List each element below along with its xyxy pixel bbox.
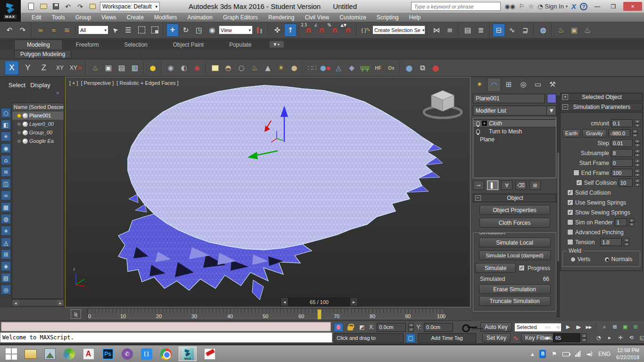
cm-unit-field[interactable]: 0.1 xyxy=(611,119,633,127)
filter-icon-13[interactable]: ⊞ xyxy=(1,249,11,259)
network-signal-icon[interactable] xyxy=(575,351,580,357)
selected-object-rollout-header[interactable]: + Selected Object xyxy=(560,93,643,101)
scene-row-google-earth[interactable]: Google Ea xyxy=(12,137,64,145)
display-tab-icon[interactable]: ▭ xyxy=(531,78,545,91)
render-teapot-icon[interactable]: ♨ xyxy=(89,61,101,74)
x-coordinate-field[interactable]: 0.0cm xyxy=(377,323,406,332)
self-collision-field[interactable]: 10 xyxy=(619,179,633,187)
sim-on-render-field[interactable]: 1 xyxy=(615,218,627,226)
clock[interactable]: 12:58 PM 6/22/2018 xyxy=(616,347,639,361)
modifier-list-arrow-icon[interactable]: ▼ xyxy=(547,106,556,115)
align-icon[interactable]: ≡ xyxy=(444,24,456,37)
menu-tools[interactable]: Tools xyxy=(47,14,70,21)
modifier-bulb-icon[interactable] xyxy=(476,121,480,126)
step-field[interactable]: 0.01 xyxy=(611,139,633,147)
object-name-field[interactable]: Plane001 xyxy=(473,94,545,103)
select-and-rotate-icon[interactable]: ↻ xyxy=(180,24,192,37)
search-icon[interactable]: ◉◉ xyxy=(504,3,515,10)
configure-modifier-sets-icon[interactable]: ⊞ xyxy=(529,181,541,190)
sim-on-render-spinner[interactable]: ▲▼ xyxy=(629,218,635,226)
autodesk-exchange-icon[interactable]: X xyxy=(571,2,576,10)
time-slider-playhead[interactable] xyxy=(317,309,322,320)
absolute-mode-toggle[interactable]: ◩ xyxy=(357,323,367,332)
save-file-button[interactable] xyxy=(51,2,60,11)
start-frame-field[interactable]: 0 xyxy=(611,159,633,167)
filter-icon-10[interactable]: ◍ xyxy=(1,214,11,224)
menu-scripting[interactable]: Scripting xyxy=(372,14,404,21)
workspace-dropdown[interactable]: Workspace: Default▾ xyxy=(100,2,160,11)
frame-forward-icon[interactable]: ▸ xyxy=(350,297,358,306)
sphere-object-icon[interactable]: ● xyxy=(403,61,415,74)
tab-selection[interactable]: Selection xyxy=(112,40,159,49)
viewport-shading-menu[interactable]: [ Realistic + Edged Faces ] xyxy=(116,80,178,86)
restrict-x-button[interactable]: X xyxy=(5,61,19,75)
tab-populate[interactable]: Populate xyxy=(217,40,264,49)
filter-icon-5[interactable]: ⌂ xyxy=(1,155,11,165)
new-scene-button[interactable] xyxy=(26,2,36,11)
filter-icon-7[interactable]: ◫ xyxy=(1,179,11,189)
x-coordinate-spinner[interactable]: ▲▼ xyxy=(408,323,414,332)
advanced-pinching-checkbox[interactable] xyxy=(567,229,573,235)
modifier-list-dropdown[interactable]: Modifier List xyxy=(473,106,547,115)
media-converter-icon[interactable] xyxy=(63,347,75,360)
ribbon-minimize-icon[interactable]: ▼ ▾ xyxy=(270,41,284,48)
expand-icon[interactable]: + xyxy=(562,94,568,100)
menu-group[interactable]: Group xyxy=(70,14,96,21)
set-key-button[interactable]: Set Key xyxy=(482,333,511,343)
viber-icon[interactable]: ✆ xyxy=(121,347,133,360)
restrict-z-button[interactable]: Z xyxy=(37,61,51,75)
end-frame-checkbox[interactable] xyxy=(573,170,579,176)
material-editor-icon[interactable]: ◍ xyxy=(537,24,549,37)
autocad-icon[interactable]: A xyxy=(82,347,95,360)
render-list-icon[interactable]: ▤ xyxy=(116,61,128,74)
remove-modifier-icon[interactable]: ⌫ xyxy=(515,181,527,190)
filter-icon-15[interactable]: ▤ xyxy=(1,273,11,283)
current-frame-field[interactable]: 65 xyxy=(553,333,580,342)
spinner-snap-icon[interactable]: ∩▲▼ xyxy=(342,24,354,37)
new-key-settings-icon[interactable]: ∿ xyxy=(513,334,519,342)
object-color-swatch[interactable] xyxy=(547,94,556,103)
subsample-field[interactable]: 8 xyxy=(611,149,633,157)
scene-row-group0[interactable]: Group_00 xyxy=(12,128,64,137)
cloth-forces-button[interactable]: Cloth Forces xyxy=(479,218,550,228)
dope-sheet-icon[interactable]: ⊒ xyxy=(519,24,531,37)
earth-button[interactable]: Earth xyxy=(562,129,580,138)
subsample-spinner[interactable]: ▲▼ xyxy=(635,149,640,157)
start-frame-spinner[interactable]: ▲▼ xyxy=(635,159,640,167)
simulation-parameters-rollout-header[interactable]: − Simulation Parameters xyxy=(560,103,643,111)
play-animation-icon[interactable]: ▶ xyxy=(563,322,573,331)
action-center-flag-icon[interactable]: ⚑ xyxy=(552,351,557,357)
cloth-object[interactable] xyxy=(118,85,443,300)
communication-center-icon[interactable]: ⚐ xyxy=(519,3,525,10)
cm-unit-spinner[interactable]: ▲▼ xyxy=(635,119,640,127)
rendered-frame-icon[interactable]: ▣ xyxy=(102,61,115,74)
schematic-view-icon[interactable]: ∿ xyxy=(506,24,518,37)
redo-icon[interactable]: ↷ xyxy=(17,24,29,37)
tab-modeling[interactable]: Modeling xyxy=(14,40,63,49)
viewport-canvas[interactable] xyxy=(66,77,470,307)
keyboard-shortcut-override-icon[interactable]: ↑ xyxy=(284,24,297,37)
simulate-button[interactable]: Simulate xyxy=(475,263,516,273)
reference-coordinate-dropdown[interactable]: View▾ xyxy=(219,25,253,34)
end-frame-field[interactable]: 100 xyxy=(611,169,633,177)
zoom-extents-icon[interactable]: ▣ xyxy=(620,322,630,331)
undo-button[interactable]: ↶ xyxy=(63,2,73,11)
menu-edit[interactable]: Edit xyxy=(26,14,47,21)
zoom-icon[interactable]: ⌕ xyxy=(599,322,609,331)
open-mini-curve-editor-icon[interactable]: ⧎ xyxy=(71,309,81,319)
filter-icon-9[interactable]: ▦ xyxy=(1,202,11,212)
restrict-y-button[interactable]: Y xyxy=(21,61,35,75)
minimize-button[interactable]: — xyxy=(591,2,603,11)
explorer-menu-display[interactable]: Display xyxy=(30,82,50,89)
explorer-menu-select[interactable]: Select xyxy=(8,82,25,89)
3ds-max-taskbar-button[interactable]: MAX xyxy=(179,346,197,361)
zoom-extents-all-icon[interactable]: ⊞ xyxy=(630,322,640,331)
weld-verts-radio[interactable] xyxy=(570,257,576,262)
bluetooth-icon[interactable]: B xyxy=(539,350,546,358)
show-sewing-springs-checkbox[interactable]: ✓ xyxy=(567,209,573,215)
viewport-general-menu[interactable]: [ + ] xyxy=(69,80,78,86)
undo-icon[interactable]: ↶ xyxy=(3,24,16,37)
visibility-bulb-icon[interactable] xyxy=(17,131,21,135)
show-end-result-icon[interactable]: ▌ xyxy=(487,181,498,190)
hair-icon[interactable]: HF xyxy=(372,61,384,74)
